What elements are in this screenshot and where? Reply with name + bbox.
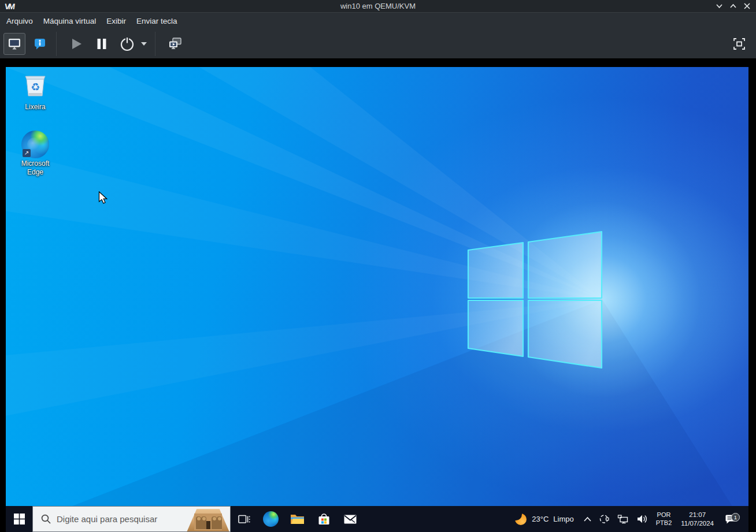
close-button[interactable]	[743, 2, 751, 10]
mail-button[interactable]	[337, 506, 364, 532]
toolbar-separator	[155, 32, 155, 56]
weather-temperature: 23°C	[532, 515, 549, 523]
start-button[interactable]	[6, 506, 32, 532]
console-display-button[interactable]	[3, 33, 25, 55]
shutdown-button[interactable]	[116, 33, 138, 55]
network-tray-icon[interactable]	[613, 514, 632, 524]
window-title: win10 em QEMU/KVM	[0, 2, 756, 10]
vm-details-button[interactable]	[29, 33, 51, 55]
virt-manager-window: VM win10 em QEMU/KVM Arquivo Máquina vir…	[0, 0, 756, 532]
edge-shortcut[interactable]: ↗ Microsoft Edge	[13, 131, 57, 177]
search-icon	[40, 514, 51, 524]
virt-manager-logo-icon: VM	[4, 2, 14, 11]
file-explorer-button[interactable]	[284, 506, 310, 532]
recycle-bin-icon: ♻	[22, 72, 49, 99]
recycle-bin-shortcut[interactable]: ♻ Lixeira	[13, 72, 57, 111]
icon-label: Lixeira	[13, 103, 57, 111]
volume-tray-icon[interactable]	[632, 514, 651, 524]
moon-weather-icon	[514, 513, 527, 526]
power-icon	[118, 35, 136, 53]
task-view-icon	[238, 513, 250, 526]
file-explorer-icon	[290, 511, 305, 527]
menubar: Arquivo Máquina virtual Exibir Enviar te…	[0, 12, 756, 29]
run-button[interactable]	[65, 33, 87, 55]
windows-desktop[interactable]: ♻ Lixeira ↗ Microsoft Edge	[6, 67, 748, 532]
chevron-up-icon	[583, 516, 592, 522]
play-icon	[69, 36, 84, 51]
microsoft-store-icon	[317, 512, 331, 526]
guest-tools-tray-icon[interactable]	[595, 514, 613, 524]
search-placeholder: Digite aqui para pesquisar	[57, 514, 186, 524]
clock-time: 21:07	[681, 511, 714, 519]
maximize-button[interactable]	[729, 2, 737, 10]
menu-maquina-virtual[interactable]: Máquina virtual	[38, 13, 102, 29]
info-bubble-icon	[33, 37, 47, 51]
mail-icon	[343, 512, 358, 527]
windows-start-icon	[14, 514, 25, 524]
edge-taskbar-button[interactable]	[257, 506, 284, 532]
notification-badge: 1	[731, 513, 740, 522]
minimize-button[interactable]	[715, 2, 723, 10]
edge-icon	[263, 511, 279, 527]
menu-arquivo[interactable]: Arquivo	[1, 13, 38, 29]
mouse-cursor	[98, 191, 108, 204]
fullscreen-button[interactable]	[728, 33, 750, 55]
titlebar: VM win10 em QEMU/KVM	[0, 0, 756, 12]
menu-enviar-tecla[interactable]: Enviar tecla	[131, 13, 183, 29]
taskbar-search-input[interactable]: Digite aqui para pesquisar	[32, 506, 231, 532]
edge-icon: ↗	[21, 131, 49, 158]
microsoft-store-button[interactable]	[310, 506, 337, 532]
task-view-button[interactable]	[231, 506, 257, 532]
chevron-down-icon	[140, 42, 147, 46]
clock-date: 11/07/2024	[681, 519, 714, 528]
windows-taskbar: Digite aqui para pesquisar	[6, 506, 748, 532]
shortcut-arrow-icon: ↗	[23, 149, 31, 157]
svg-text:♻: ♻	[31, 81, 40, 93]
keyboard-layout: PTB2	[656, 519, 672, 527]
weather-condition: Limpo	[553, 515, 573, 523]
monitor-icon	[8, 37, 21, 51]
language-indicator[interactable]: POR PTB2	[651, 511, 677, 527]
search-highlight-image[interactable]	[186, 507, 230, 531]
language-code: POR	[656, 511, 672, 519]
toolbar	[0, 29, 756, 58]
snapshots-button[interactable]	[164, 33, 186, 55]
toolbar-separator	[56, 32, 57, 56]
pause-icon	[94, 36, 109, 51]
snapshots-icon	[168, 36, 183, 51]
tray-expand-button[interactable]	[580, 516, 595, 522]
weather-widget[interactable]: 23°C Limpo	[509, 513, 579, 526]
vm-display-bezel: ♻ Lixeira ↗ Microsoft Edge	[0, 58, 756, 532]
menu-exibir[interactable]: Exibir	[101, 13, 131, 29]
action-center-button[interactable]: 1	[718, 514, 742, 524]
fullscreen-icon	[733, 38, 746, 50]
pause-button[interactable]	[91, 33, 113, 55]
icon-label: Microsoft Edge	[13, 159, 57, 177]
shutdown-menu-button[interactable]	[138, 33, 150, 55]
windows-logo	[467, 230, 607, 370]
clock[interactable]: 21:07 11/07/2024	[676, 511, 718, 528]
